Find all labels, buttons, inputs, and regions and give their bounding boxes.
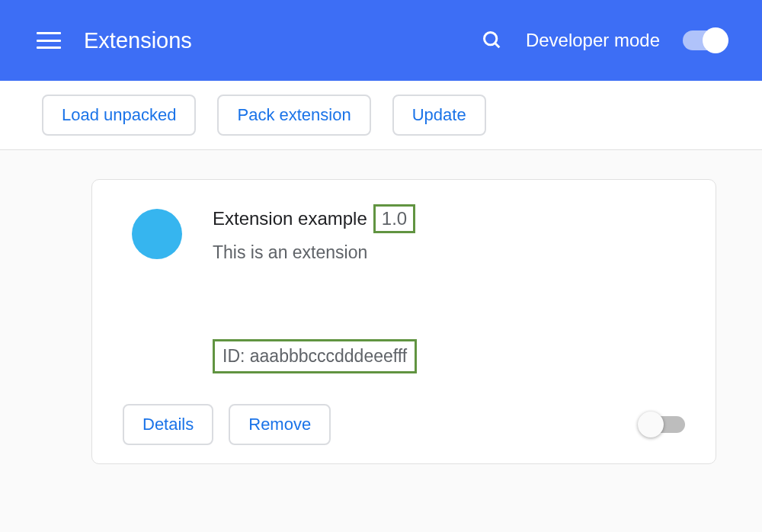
- extension-card: Extension example 1.0 This is an extensi…: [91, 179, 716, 464]
- svg-point-0: [484, 33, 496, 45]
- svg-line-1: [495, 43, 499, 48]
- menu-icon[interactable]: [37, 32, 61, 49]
- page-title: Extensions: [84, 28, 482, 53]
- extension-id: ID: aaabbbcccdddeeefff: [213, 339, 417, 373]
- header: Extensions Developer mode: [0, 0, 762, 81]
- developer-mode-label: Developer mode: [526, 30, 660, 51]
- pack-extension-button[interactable]: Pack extension: [217, 95, 370, 136]
- update-button[interactable]: Update: [392, 95, 486, 136]
- extension-icon: [132, 209, 182, 259]
- extension-version: 1.0: [373, 204, 415, 233]
- remove-button[interactable]: Remove: [229, 404, 331, 445]
- extension-description: This is an extension: [213, 242, 685, 263]
- content-area: Extension example 1.0 This is an extensi…: [0, 150, 762, 493]
- load-unpacked-button[interactable]: Load unpacked: [42, 95, 196, 136]
- search-icon[interactable]: [482, 30, 503, 51]
- extension-name: Extension example: [213, 208, 367, 229]
- details-button[interactable]: Details: [123, 404, 213, 445]
- extension-enable-toggle[interactable]: [642, 416, 685, 433]
- developer-toolbar: Load unpacked Pack extension Update: [0, 81, 762, 150]
- developer-mode-toggle[interactable]: [683, 30, 725, 50]
